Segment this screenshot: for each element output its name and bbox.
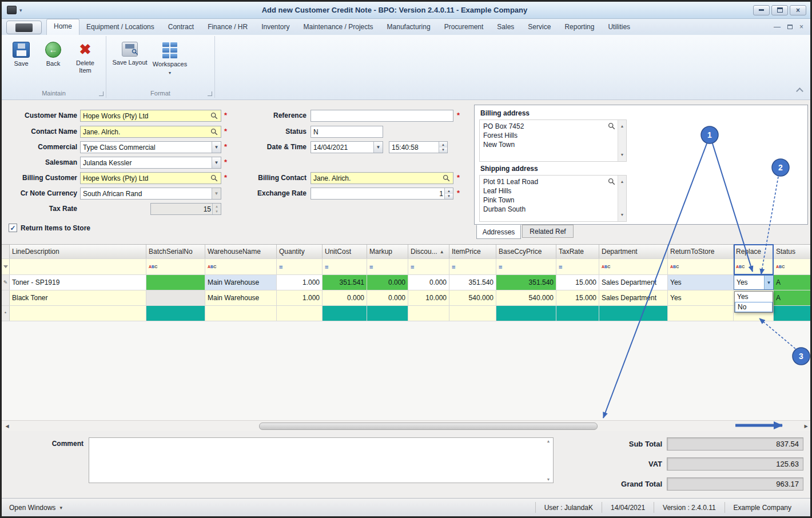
close-button[interactable]: ×	[790, 5, 806, 15]
grid-cell[interactable]: 540.000	[496, 290, 556, 305]
grid-cell[interactable]	[205, 306, 277, 321]
grid-cell[interactable]	[556, 306, 599, 321]
grid-cell[interactable]: Yes	[668, 275, 734, 290]
spinner[interactable]: ▲▼	[439, 142, 447, 153]
grid-cell[interactable]	[599, 306, 668, 321]
grid-cell[interactable]: Main Warehouse	[205, 275, 277, 290]
filter-cell[interactable]	[10, 259, 146, 274]
back-button[interactable]: ← Back	[37, 40, 69, 74]
tab-procurement[interactable]: Procurement	[437, 20, 491, 35]
grid-cell[interactable]: 1.000	[277, 290, 323, 305]
search-icon[interactable]	[209, 128, 218, 136]
filter-cell[interactable]: =	[323, 259, 367, 274]
grid-cell[interactable]: Toner - SP1919	[10, 275, 146, 290]
time-input[interactable]: 15:40:58 ▲▼	[389, 141, 448, 153]
tab-addresses[interactable]: Addresses	[476, 225, 521, 239]
return-items-checkbox[interactable]: ✓	[9, 224, 17, 232]
grid-cell[interactable]: Sales Department	[599, 290, 668, 305]
column-header[interactable]: Markup	[367, 245, 408, 258]
chevron-down-icon[interactable]: ▼	[373, 142, 383, 153]
grid-cell[interactable]	[146, 290, 205, 305]
grid-cell[interactable]: 15.000	[556, 275, 599, 290]
filter-cell[interactable]: =	[408, 259, 449, 274]
billing-address-box[interactable]: PO Box 7452 Forest Hills New Town ▲▼	[479, 119, 627, 162]
grid-cell[interactable]: 10.000	[408, 290, 449, 305]
save-button[interactable]: Save	[5, 40, 37, 74]
grid-cell[interactable]	[323, 306, 367, 321]
chevron-down-icon[interactable]: ▼	[212, 142, 221, 153]
grid-cell[interactable]	[146, 306, 205, 321]
filter-cell[interactable]: ABC	[774, 259, 812, 274]
maximize-button[interactable]	[771, 5, 788, 15]
vertical-scrollbar[interactable]: ▲▼	[545, 439, 552, 481]
column-header[interactable]: Replace	[734, 245, 774, 258]
application-button[interactable]	[6, 21, 42, 34]
filter-cell[interactable]: ABC	[734, 259, 774, 274]
vertical-scrollbar[interactable]: ▲▼	[618, 120, 626, 161]
grid-cell[interactable]	[277, 306, 323, 321]
grid-cell[interactable]: A	[774, 290, 812, 305]
dialog-launcher-icon[interactable]	[99, 91, 104, 96]
column-header[interactable]: LineDescription	[10, 245, 146, 258]
date-input[interactable]: 14/04/2021 ▼	[311, 141, 383, 153]
mdi-close-icon[interactable]: ×	[799, 23, 803, 31]
tab-maintenance-projects[interactable]: Maintenance / Projects	[297, 20, 380, 35]
shipping-address-box[interactable]: Plot 91 Leaf Road Leaf Hills Pink Town D…	[479, 175, 627, 222]
column-header[interactable]: BatchSerialNo	[146, 245, 205, 258]
column-header[interactable]: Department	[599, 245, 668, 258]
customer-name-input[interactable]: Hope Works (Pty) Ltd	[80, 110, 221, 122]
tab-inventory[interactable]: Inventory	[254, 20, 296, 35]
scroll-left-icon[interactable]: ◀	[3, 422, 11, 431]
contact-name-input[interactable]: Jane. Alrich.	[80, 126, 221, 138]
dropdown-option-no[interactable]: No	[735, 302, 773, 312]
search-icon[interactable]	[209, 112, 218, 119]
column-header[interactable]: ReturnToStore	[668, 245, 734, 258]
grid-cell[interactable]	[668, 306, 734, 321]
save-layout-button[interactable]: Save Layout	[110, 40, 150, 75]
tab-home[interactable]: Home	[46, 19, 79, 35]
grid-cell[interactable]	[774, 306, 812, 321]
grid-cell[interactable]: 0.000	[408, 275, 449, 290]
grid-cell[interactable]: A	[774, 275, 812, 290]
dialog-launcher-icon[interactable]	[208, 91, 212, 96]
salesman-select[interactable]: Julanda Kessler ▼	[80, 157, 221, 169]
quick-access-caret-icon[interactable]: ▾	[19, 7, 22, 13]
filter-cell[interactable]: =	[496, 259, 556, 274]
search-icon[interactable]	[209, 174, 218, 182]
column-header[interactable]: Quantity	[277, 245, 323, 258]
dropdown-option-yes[interactable]: Yes	[735, 292, 773, 302]
filter-cell[interactable]: =	[449, 259, 496, 274]
commercial-select[interactable]: Type Class Commercial ▼	[80, 141, 221, 153]
search-icon[interactable]	[441, 174, 451, 182]
delete-item-button[interactable]: ✖ Delete Item	[69, 40, 101, 74]
scroll-right-icon[interactable]: ▶	[802, 422, 810, 431]
grid-cell[interactable]: 351.541	[323, 275, 367, 290]
column-header[interactable]: TaxRate	[556, 245, 599, 258]
grid-cell[interactable]: 0.000	[323, 290, 367, 305]
grid-cell[interactable]: Main Warehouse	[205, 290, 277, 305]
billing-customer-input[interactable]: Hope Works (Pty) Ltd	[80, 172, 221, 184]
grid-cell[interactable]: 0.000	[367, 290, 408, 305]
grid-cell[interactable]	[10, 306, 146, 321]
grid-cell[interactable]	[367, 306, 408, 321]
workspaces-button[interactable]: Workspaces ▾	[150, 40, 190, 75]
tab-related-ref[interactable]: Related Ref	[522, 225, 574, 238]
grid-cell[interactable]: 540.000	[449, 290, 496, 305]
filter-cell[interactable]: =	[277, 259, 323, 274]
tab-sales[interactable]: Sales	[490, 20, 521, 35]
grid-cell[interactable]: 15.000	[556, 290, 599, 305]
chevron-down-icon[interactable]: ▼	[212, 157, 221, 168]
tab-equipment-locations[interactable]: Equipment / Locations	[79, 20, 161, 35]
column-header[interactable]: UnitCost	[323, 245, 367, 258]
tab-finance-hr[interactable]: Finance / HR	[201, 20, 254, 35]
filter-cell[interactable]: ABC	[668, 259, 734, 274]
grid-cell[interactable]	[146, 275, 205, 290]
grid-cell[interactable]: Sales Department	[599, 275, 668, 290]
tab-reporting[interactable]: Reporting	[558, 20, 601, 35]
replace-cell-editor[interactable]: Yes ▼	[734, 275, 774, 290]
grid-cell[interactable]	[408, 306, 449, 321]
spinner[interactable]: ▲▼	[444, 188, 453, 199]
column-header[interactable]: ItemPrice	[449, 245, 496, 258]
minimize-button[interactable]	[753, 5, 770, 15]
comment-textarea[interactable]: ▲▼	[89, 437, 554, 483]
